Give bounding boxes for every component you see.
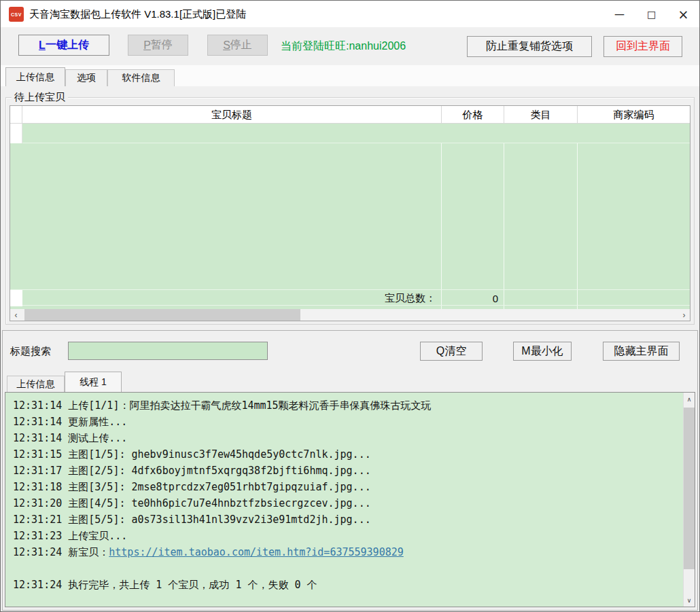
stop-label: 停止 <box>230 38 252 52</box>
scroll-down-icon: ∨ <box>687 597 692 604</box>
minimize-icon: — <box>614 8 625 20</box>
log-line-blank <box>13 560 680 577</box>
log-line-new-item: 12:31:24 新宝贝：https://item.taobao.com/ite… <box>13 544 680 560</box>
tab-software-info[interactable]: 软件信息 <box>107 69 175 86</box>
log-content: 12:31:14 上传[1/1]：阿里拍卖达拉干霸气虎纹14mm15颗老料沉香手… <box>5 393 683 607</box>
log-line: 12:31:14 上传[1/1]：阿里拍卖达拉干霸气虎纹14mm15颗老料沉香手… <box>13 397 680 414</box>
scroll-left-icon: ‹ <box>15 310 18 320</box>
top-tab-strip: 上传信息 选项 软件信息 <box>1 65 699 86</box>
upload-log-panel: 12:31:14 上传[1/1]：阿里拍卖达拉干霸气虎纹14mm15颗老料沉香手… <box>5 392 695 607</box>
title-search-input[interactable] <box>68 342 268 360</box>
csv-icon-text: CSV <box>11 12 22 17</box>
scroll-right-icon: › <box>683 310 686 320</box>
close-button[interactable]: × <box>667 1 699 27</box>
stop-mnemonic: S <box>223 39 230 52</box>
scroll-up-icon: ∧ <box>687 396 692 403</box>
minimize-label: 最小化 <box>531 344 563 359</box>
stop-button[interactable]: S停止 <box>207 35 268 56</box>
row-selector-cell[interactable] <box>10 124 22 143</box>
maximize-icon: □ <box>647 9 656 20</box>
minimize-app-button[interactable]: M最小化 <box>513 342 572 361</box>
upload-info-panel: 待上传宝贝 宝贝标题 价格 类目 商家编码 宝贝总数： 0 ‹ <box>1 86 699 330</box>
log-line: 12:31:14 测试上传... <box>13 430 680 446</box>
table-row-empty[interactable] <box>10 124 690 143</box>
window-controls: — □ × <box>603 1 699 27</box>
bottom-panel: 标题搜索 Q清空 M最小化 隐藏主界面 上传信息 线程 1 12:31:14 上… <box>2 330 698 611</box>
clear-label: 清空 <box>444 344 466 359</box>
clear-button[interactable]: Q清空 <box>420 342 483 361</box>
table-corner-cell <box>10 106 22 124</box>
tab-options[interactable]: 选项 <box>65 69 107 86</box>
maximize-button[interactable]: □ <box>635 1 667 27</box>
tab-upload-info[interactable]: 上传信息 <box>5 67 65 86</box>
log-line: 12:31:21 主图[5/5]: a0s73sil13h41nl39vzv2i… <box>13 511 680 528</box>
new-item-link[interactable]: https://item.taobao.com/item.htm?id=6375… <box>109 546 403 558</box>
clear-mnemonic: Q <box>436 345 444 357</box>
title-search-label: 标题搜索 <box>10 345 51 358</box>
bottom-tab-strip: 上传信息 线程 1 <box>3 370 697 392</box>
close-icon: × <box>678 7 689 22</box>
window-title: 天音淘宝数据包上传软件 V1.83.1[正式版]已登陆 <box>29 8 246 21</box>
log-line: 12:31:23 上传宝贝... <box>13 528 680 544</box>
toolbar: L一键上传 P暂停 S停止 当前登陆旺旺:nanhui2006 防止重复铺货选项… <box>1 27 699 65</box>
total-row-selector-cell <box>10 290 22 306</box>
pause-label: 暂停 <box>151 38 173 52</box>
horizontal-scroll-thumb[interactable] <box>24 309 300 321</box>
prevent-duplicate-button[interactable]: 防止重复铺货选项 <box>467 36 592 57</box>
tab-upload-info-log[interactable]: 上传信息 <box>7 376 65 392</box>
log-line: 12:31:20 主图[4/5]: te0hh6pic7u7e4hnbztfzb… <box>13 495 680 511</box>
scroll-left-button[interactable]: ‹ <box>10 309 22 321</box>
log-line-summary: 12:31:24 执行完毕，共上传 1 个宝贝，成功 1 个，失败 0 个 <box>13 577 680 593</box>
scroll-up-button[interactable]: ∧ <box>684 393 695 406</box>
column-header-category[interactable]: 类目 <box>504 106 577 124</box>
new-item-prefix: 12:31:24 新宝贝： <box>13 546 109 558</box>
app-titlebar: CSV 天音淘宝数据包上传软件 V1.83.1[正式版]已登陆 — □ × <box>1 1 699 27</box>
vertical-scrollbar[interactable]: ∧ ∨ <box>683 393 695 607</box>
tab-thread-1[interactable]: 线程 1 <box>65 372 122 392</box>
login-status-text: 当前登陆旺旺:nanhui2006 <box>281 39 406 54</box>
total-items-value: 0 <box>441 290 498 306</box>
table-total-row: 宝贝总数： 0 <box>10 289 690 306</box>
log-line: 12:31:17 主图[2/5]: 4dfx6boyjmtnf5xqrgq38f… <box>13 463 680 479</box>
table-header-row: 宝贝标题 价格 类目 商家编码 <box>10 106 690 124</box>
column-header-merchant-code[interactable]: 商家编码 <box>577 106 690 124</box>
log-line: 12:31:18 主图[3/5]: 2mse8tprcdzx7eg051rhbt… <box>13 479 680 495</box>
items-table: 宝贝标题 价格 类目 商家编码 宝贝总数： 0 ‹ › <box>10 105 690 321</box>
log-line: 12:31:14 更新属性... <box>13 414 680 430</box>
pause-button[interactable]: P暂停 <box>128 35 188 56</box>
horizontal-scrollbar[interactable]: ‹ › <box>10 309 690 321</box>
scroll-right-button[interactable]: › <box>678 309 690 321</box>
scroll-down-button[interactable]: ∨ <box>684 594 695 607</box>
app-window: { "window": { "title": "天音淘宝数据包上传软件 V1.8… <box>0 0 700 612</box>
hide-main-window-button[interactable]: 隐藏主界面 <box>603 342 680 361</box>
upload-label: 一键上传 <box>46 38 89 52</box>
column-header-title[interactable]: 宝贝标题 <box>22 106 441 124</box>
column-header-price[interactable]: 价格 <box>441 106 504 124</box>
log-line: 12:31:15 主图[1/5]: ghebv9inusc3f7ew45hqde… <box>13 446 680 463</box>
back-to-main-button[interactable]: 回到主界面 <box>603 36 682 57</box>
total-items-label: 宝贝总数： <box>22 290 436 306</box>
csv-app-icon: CSV <box>9 7 24 22</box>
minimize-button[interactable]: — <box>603 1 635 27</box>
pending-items-title: 待上传宝贝 <box>12 91 68 104</box>
vertical-scroll-thumb[interactable] <box>684 408 695 569</box>
pending-items-groupbox: 待上传宝贝 宝贝标题 价格 类目 商家编码 宝贝总数： 0 ‹ <box>5 97 695 325</box>
minimize-mnemonic: M <box>521 345 530 357</box>
pause-mnemonic: P <box>143 39 151 52</box>
one-click-upload-button[interactable]: L一键上传 <box>18 35 109 56</box>
upload-mnemonic: L <box>39 39 46 52</box>
